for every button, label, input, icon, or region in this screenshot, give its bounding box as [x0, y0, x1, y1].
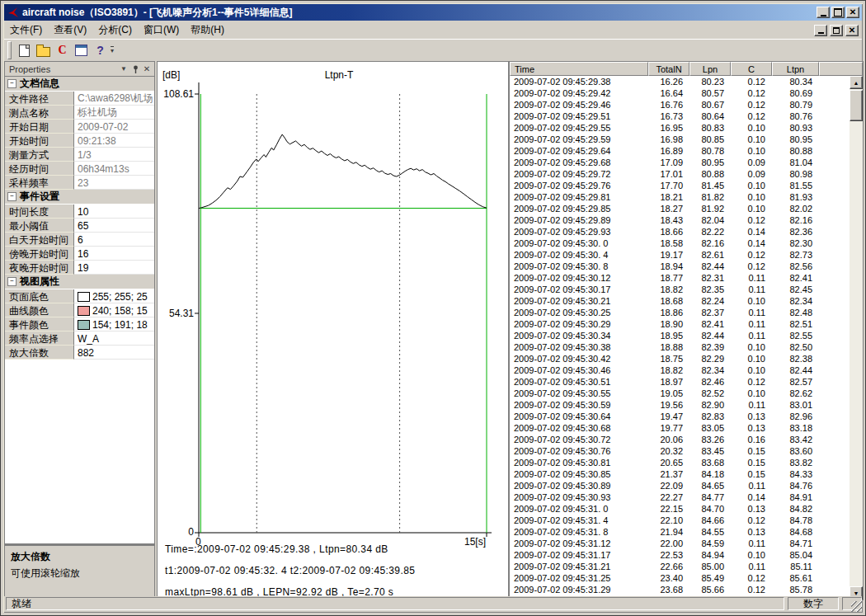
- collapse-icon[interactable]: −: [7, 79, 16, 88]
- table-row[interactable]: 2009-07-02 09:45:29.8918.4382.040.1282.1…: [510, 214, 850, 226]
- property-value[interactable]: 1/3: [74, 148, 154, 162]
- menu-item-file[interactable]: 文件(F): [4, 21, 48, 39]
- table-row[interactable]: 2009-07-02 09:45:30.1218.7782.310.1182.4…: [510, 272, 850, 284]
- menu-item-help[interactable]: 帮助(H): [185, 21, 230, 39]
- property-row[interactable]: 时间长度10: [5, 205, 154, 219]
- menu-item-analyze[interactable]: 分析(C): [92, 21, 138, 39]
- mdi-restore-button[interactable]: [830, 25, 843, 36]
- title-bar[interactable]: aircraft noise（ISO3891）- [飞机噪声分析1--事件5详细…: [4, 4, 862, 21]
- table-row[interactable]: 2009-07-02 09:45:29.5916.9880.850.1080.9…: [510, 134, 850, 145]
- property-value[interactable]: 6: [74, 233, 154, 247]
- table-row[interactable]: 2009-07-02 09:45:29.6416.8980.780.1080.8…: [510, 145, 850, 157]
- property-row[interactable]: 测量方式1/3: [5, 148, 154, 162]
- table-row[interactable]: 2009-07-02 09:45:29.9318.6682.220.1482.3…: [510, 226, 850, 237]
- table-row[interactable]: 2009-07-02 09:45:31. 022.1584.700.1384.8…: [510, 503, 850, 515]
- table-row[interactable]: 2009-07-02 09:45:30.2518.8682.370.1182.4…: [510, 307, 850, 318]
- property-value[interactable]: 2009-07-02: [74, 120, 154, 134]
- property-row[interactable]: 经历时间06h34m13s: [5, 162, 154, 176]
- column-header-totaln[interactable]: TotalN: [648, 62, 690, 76]
- table-row[interactable]: 2009-07-02 09:45:30.6819.7783.050.1383.1…: [510, 422, 850, 434]
- scroll-up-button[interactable]: ▲: [850, 76, 863, 89]
- table-row[interactable]: 2009-07-02 09:45:31.2923.6885.660.1285.7…: [510, 584, 850, 595]
- property-value[interactable]: 栎社机场: [74, 106, 154, 120]
- table-row[interactable]: 2009-07-02 09:45:29.3816.2680.230.1280.3…: [510, 76, 850, 87]
- table-row[interactable]: 2009-07-02 09:45:30.9322.2784.770.1484.9…: [510, 491, 850, 503]
- property-value[interactable]: 154; 191; 18: [74, 317, 154, 332]
- table-row[interactable]: 2009-07-02 09:45:30. 018.5882.160.1482.3…: [510, 237, 850, 249]
- property-value[interactable]: 65: [74, 219, 154, 233]
- collapse-icon[interactable]: −: [7, 277, 16, 286]
- panel-close-button[interactable]: ✕: [141, 63, 153, 74]
- property-row[interactable]: 开始日期2009-07-02: [5, 120, 154, 134]
- property-value[interactable]: C:\awa6298\机场: [74, 92, 154, 106]
- table-row[interactable]: 2009-07-02 09:45:31. 821.9484.550.1384.6…: [510, 526, 850, 538]
- table-row[interactable]: 2009-07-02 09:45:30.2118.6882.240.1082.3…: [510, 295, 850, 307]
- calibrate-button[interactable]: C: [53, 41, 72, 59]
- property-value[interactable]: 10: [74, 205, 154, 219]
- table-row[interactable]: 2009-07-02 09:45:29.8118.2181.820.1081.9…: [510, 191, 850, 203]
- property-row[interactable]: 开始时间09:21:38: [5, 134, 154, 148]
- table-row[interactable]: 2009-07-02 09:45:30.7620.3283.450.1583.6…: [510, 445, 850, 457]
- property-row[interactable]: 采样频率23: [5, 176, 154, 190]
- table-row[interactable]: 2009-07-02 09:45:31.2523.4085.490.1285.6…: [510, 572, 850, 584]
- property-value[interactable]: 240; 158; 15: [74, 303, 154, 317]
- property-value[interactable]: 882: [74, 346, 154, 360]
- table-row[interactable]: 2009-07-02 09:45:29.5516.9580.830.1080.9…: [510, 122, 850, 134]
- table-row[interactable]: 2009-07-02 09:45:30.7220.0683.260.1683.4…: [510, 434, 850, 445]
- property-row[interactable]: 最小阈值65: [5, 219, 154, 233]
- property-value[interactable]: 19: [74, 261, 154, 275]
- vertical-scrollbar[interactable]: ▲ ▼: [850, 76, 863, 600]
- table-row[interactable]: 2009-07-02 09:45:29.6817.0980.950.0981.0…: [510, 157, 850, 168]
- table-row[interactable]: 2009-07-02 09:45:31. 422.1084.660.1284.7…: [510, 515, 850, 526]
- scrollbar-thumb[interactable]: [850, 90, 863, 121]
- property-row[interactable]: 页面底色255; 255; 25: [5, 289, 154, 303]
- property-row[interactable]: 测点名称栎社机场: [5, 106, 154, 120]
- properties-button[interactable]: [72, 41, 91, 59]
- menu-item-view[interactable]: 查看(V): [48, 21, 92, 39]
- toolbar-overflow-chevron-icon[interactable]: ▾: [111, 46, 114, 54]
- menu-item-window[interactable]: 窗口(W): [138, 21, 185, 39]
- property-row[interactable]: 白天开始时间6: [5, 233, 154, 247]
- table-row[interactable]: 2009-07-02 09:45:30.3818.8882.390.1082.5…: [510, 341, 850, 353]
- property-section-header[interactable]: −视图属性: [5, 275, 154, 289]
- table-row[interactable]: 2009-07-02 09:45:31.1722.5384.940.1085.0…: [510, 549, 850, 561]
- property-row[interactable]: 放大倍数882: [5, 346, 154, 360]
- property-section-header[interactable]: −事件设置: [5, 190, 154, 205]
- table-body[interactable]: 2009-07-02 09:45:29.3816.2680.230.1280.3…: [510, 76, 850, 600]
- properties-panel-header[interactable]: Properties ▼ ✕: [4, 61, 155, 76]
- column-header-lpn[interactable]: Lpn: [690, 62, 731, 76]
- table-row[interactable]: 2009-07-02 09:45:30.5118.9782.460.1282.5…: [510, 376, 850, 388]
- property-value[interactable]: 09:21:38: [74, 134, 154, 148]
- property-section-header[interactable]: −文档信息: [5, 77, 154, 92]
- table-row[interactable]: 2009-07-02 09:45:29.8518.2781.920.1082.0…: [510, 203, 850, 214]
- table-row[interactable]: 2009-07-02 09:45:30.3418.9582.440.1182.5…: [510, 330, 850, 341]
- collapse-icon[interactable]: −: [7, 192, 16, 201]
- table-row[interactable]: 2009-07-02 09:45:30.1718.8282.350.1182.4…: [510, 284, 850, 295]
- close-button[interactable]: ✕: [846, 7, 859, 18]
- property-value[interactable]: 255; 255; 25: [74, 289, 154, 303]
- mdi-close-button[interactable]: ✕: [845, 25, 859, 36]
- table-row[interactable]: 2009-07-02 09:45:30.4618.8282.340.1082.4…: [510, 364, 850, 376]
- table-row[interactable]: 2009-07-02 09:45:30.5519.0582.520.1082.6…: [510, 388, 850, 399]
- new-document-button[interactable]: [15, 41, 34, 59]
- column-header-ltpn[interactable]: Ltpn: [772, 62, 819, 76]
- table-row[interactable]: 2009-07-02 09:45:29.7617.7081.450.1081.5…: [510, 180, 850, 191]
- table-row[interactable]: 2009-07-02 09:45:29.7217.0180.880.0980.9…: [510, 168, 850, 180]
- table-row[interactable]: 2009-07-02 09:45:31.2122.6685.000.1185.1…: [510, 561, 850, 572]
- chart-panel[interactable]: [dB] Ltpn-T 108.61 54.31 0 0 15[s] Time=…: [157, 61, 509, 600]
- table-row[interactable]: 2009-07-02 09:45:29.5116.7380.640.1280.7…: [510, 111, 850, 122]
- table-row[interactable]: 2009-07-02 09:45:29.4616.7680.670.1280.7…: [510, 99, 850, 111]
- panel-pin-button[interactable]: [129, 63, 141, 74]
- table-row[interactable]: 2009-07-02 09:45:30. 818.9482.440.1282.5…: [510, 261, 850, 272]
- column-header-c[interactable]: C: [731, 62, 772, 76]
- table-row[interactable]: 2009-07-02 09:45:31.1222.0084.590.1184.7…: [510, 538, 850, 549]
- maximize-button[interactable]: [831, 7, 845, 18]
- ltpn-chart[interactable]: [158, 62, 508, 600]
- property-row[interactable]: 事件颜色154; 191; 18: [5, 317, 154, 332]
- property-value[interactable]: 23: [74, 176, 154, 190]
- property-value[interactable]: 06h34m13s: [74, 162, 154, 176]
- table-row[interactable]: 2009-07-02 09:45:30.8521.3784.180.1584.3…: [510, 468, 850, 480]
- property-value[interactable]: W_A: [74, 332, 154, 346]
- mdi-minimize-button[interactable]: [814, 25, 827, 36]
- help-button[interactable]: ?: [91, 41, 110, 59]
